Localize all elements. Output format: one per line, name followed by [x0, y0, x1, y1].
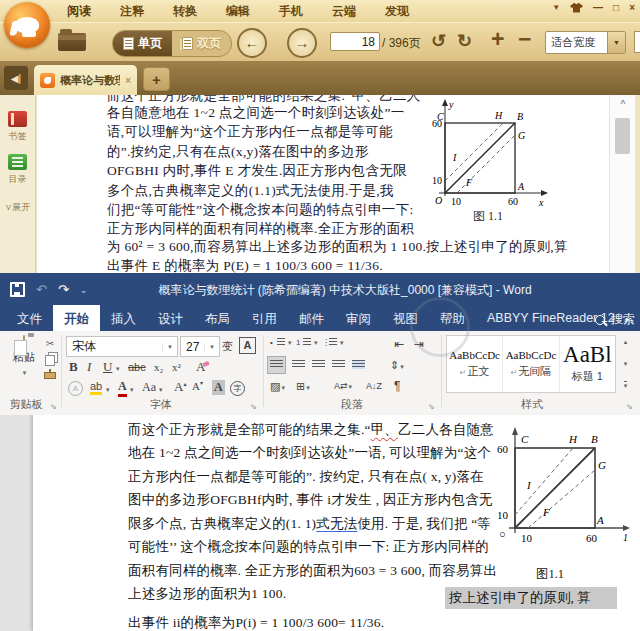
style-normal[interactable]: AaBbCcDc ↵正文: [447, 336, 503, 392]
minimize-icon[interactable]: —: [593, 2, 603, 13]
decrease-indent-icon[interactable]: ⇤: [394, 337, 404, 351]
style-heading1[interactable]: AaBl 标题 1: [560, 336, 615, 392]
font-name-select[interactable]: 宋体 ▾: [66, 336, 178, 357]
tab-mailings[interactable]: 邮件: [288, 305, 335, 331]
forward-button[interactable]: →: [287, 28, 317, 58]
multilevel-list-icon[interactable]: ⋮▾: [322, 338, 344, 347]
double-page-button[interactable]: 双页: [172, 31, 231, 56]
open-file-icon[interactable]: [58, 33, 86, 51]
bold-icon[interactable]: B: [69, 359, 78, 375]
justify-icon[interactable]: [332, 359, 345, 371]
tab-insert[interactable]: 插入: [100, 305, 147, 331]
menu-tab-annotate[interactable]: 注释: [117, 1, 147, 22]
collapse-sidebar-icon[interactable]: ◀|: [4, 66, 28, 90]
styles-gallery-scroll[interactable]: ▴ ▾ ▾: [618, 335, 633, 393]
undo-icon[interactable]: ↶: [36, 283, 47, 296]
grow-font-icon[interactable]: A▴: [174, 379, 186, 395]
gallery-up-icon[interactable]: ▴: [624, 338, 628, 346]
menu-tab-cloud[interactable]: 云端: [329, 1, 359, 22]
character-border-icon[interactable]: A: [239, 337, 256, 354]
strikethrough-icon[interactable]: abc: [128, 361, 146, 373]
phonetic-guide-icon[interactable]: 变: [222, 339, 233, 354]
menu-tab-discover[interactable]: 发现: [382, 1, 412, 22]
menu-tab-mobile[interactable]: 手机: [276, 1, 306, 22]
menu-tab-read[interactable]: 阅读: [64, 1, 94, 22]
zoom-in-icon[interactable]: +: [491, 26, 504, 53]
character-shading-icon[interactable]: A: [212, 380, 225, 395]
italic-icon[interactable]: I: [87, 359, 91, 375]
pdf-scrollbar[interactable]: ^: [609, 95, 636, 273]
superscript-icon[interactable]: x²: [172, 361, 181, 373]
highlighted-text[interactable]: 按上述引申了的原则, 算: [445, 587, 617, 609]
paste-button[interactable]: 粘贴 ▾: [8, 336, 40, 377]
toc-icon[interactable]: [8, 154, 27, 170]
maximize-icon[interactable]: □: [613, 2, 619, 13]
align-left-icon[interactable]: [268, 357, 285, 373]
scroll-up-icon[interactable]: ^: [610, 98, 636, 108]
clipboard-dialog-launcher[interactable]: ⇘: [50, 402, 57, 411]
increase-indent-icon[interactable]: ⇥: [414, 337, 424, 351]
text-highlight-icon[interactable]: ab: [90, 380, 102, 395]
gallery-more-icon[interactable]: ▾: [624, 381, 628, 390]
redo-icon[interactable]: ↷: [58, 283, 69, 296]
page-number-input[interactable]: [330, 32, 380, 51]
borders-icon[interactable]: ⊞▾: [296, 380, 310, 393]
change-case-icon[interactable]: Aa: [142, 380, 156, 395]
menu-tab-convert[interactable]: 转换: [170, 1, 200, 22]
tab-home[interactable]: 开始: [53, 305, 100, 331]
zoom-out-icon[interactable]: −: [518, 26, 531, 53]
tab-references[interactable]: 引用: [241, 305, 288, 331]
enclose-characters-icon[interactable]: 字: [230, 381, 245, 396]
scrollbar-thumb[interactable]: [615, 118, 630, 154]
sidebar-item-toc[interactable]: 目录: [9, 173, 27, 186]
fit-width-select[interactable]: 适合宽度 ▼: [545, 31, 626, 54]
align-center-icon[interactable]: [292, 359, 305, 371]
sidebar-expand[interactable]: ∨展开: [5, 201, 31, 214]
bullet-list-icon[interactable]: •▾: [270, 338, 292, 347]
tab-file[interactable]: 文件: [6, 305, 53, 331]
change-case-dropdown-icon[interactable]: ▾: [159, 386, 163, 394]
format-painter-icon[interactable]: [44, 372, 56, 379]
font-color-dropdown-icon[interactable]: ▾: [130, 386, 134, 394]
rotate-left-icon[interactable]: ↺: [431, 30, 446, 52]
asian-layout-icon[interactable]: A⇄▾: [334, 381, 352, 391]
shading-icon[interactable]: ▨▾: [270, 380, 285, 393]
underline-dropdown-icon[interactable]: ▾: [116, 365, 120, 373]
gallery-down-icon[interactable]: ▾: [624, 360, 628, 368]
sort-icon[interactable]: A↓Z: [366, 381, 382, 391]
subscript-icon[interactable]: x₂: [154, 361, 163, 373]
font-size-select[interactable]: 27 ▾: [180, 336, 220, 357]
distribute-icon[interactable]: [352, 359, 365, 371]
new-tab-button[interactable]: +: [143, 67, 170, 91]
search-box[interactable]: 搜索: [595, 311, 635, 328]
single-page-button[interactable]: 单页: [113, 31, 172, 56]
numbered-list-icon[interactable]: 1▾: [296, 338, 318, 347]
close-icon[interactable]: ×: [629, 2, 635, 13]
line-spacing-icon[interactable]: ⇕▾: [390, 359, 404, 372]
document-tab[interactable]: 概率论与数理... ×: [34, 65, 137, 95]
tab-design[interactable]: 设计: [147, 305, 194, 331]
tab-layout[interactable]: 布局: [194, 305, 241, 331]
rotate-right-icon[interactable]: ↻: [457, 30, 472, 52]
tab-view[interactable]: 视图: [382, 305, 429, 331]
tab-review[interactable]: 审阅: [335, 305, 382, 331]
bookmark-icon[interactable]: [8, 111, 27, 127]
skin-icon[interactable]: [570, 2, 583, 13]
paragraph-dialog-launcher[interactable]: ⇘: [428, 402, 435, 411]
underline-icon[interactable]: U: [103, 359, 112, 375]
font-dialog-launcher[interactable]: ⇘: [250, 402, 257, 411]
font-color-icon[interactable]: A: [118, 379, 127, 397]
cut-icon[interactable]: ✂: [46, 338, 54, 349]
menu-more-icon[interactable]: ▼: [552, 3, 560, 12]
menu-tab-edit[interactable]: 编辑: [223, 1, 253, 22]
show-marks-icon[interactable]: ¶: [394, 379, 400, 393]
back-button[interactable]: ←: [237, 28, 267, 58]
sidebar-item-bookmarks[interactable]: 书签: [9, 130, 27, 143]
save-icon[interactable]: [10, 282, 25, 297]
highlight-dropdown-icon[interactable]: ▾: [106, 386, 110, 394]
tab-close-icon[interactable]: ×: [125, 75, 131, 86]
styles-dialog-launcher[interactable]: ⇘: [626, 402, 633, 411]
style-no-spacing[interactable]: AaBbCcDc ↵无间隔: [503, 336, 559, 392]
tab-help[interactable]: 帮助: [429, 305, 476, 331]
toolbar-partial-button[interactable]: [634, 31, 640, 53]
